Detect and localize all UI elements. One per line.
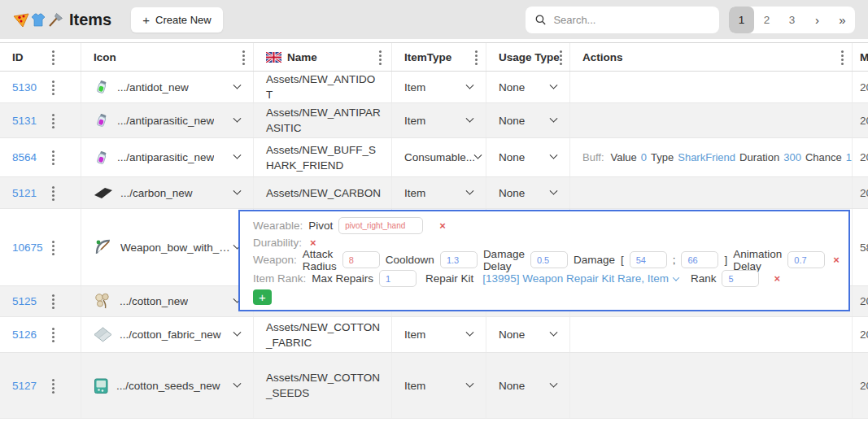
name-value: Assets/NEW_CARBON bbox=[266, 185, 381, 201]
search-input[interactable] bbox=[553, 14, 709, 26]
name-cell[interactable]: Assets/NEW_ANTIPARASITIC bbox=[254, 103, 392, 137]
name-cell[interactable]: Assets/NEW_ANTIDOT bbox=[254, 72, 392, 102]
weapon-label: Weapon: bbox=[253, 254, 297, 266]
kebab-menu-icon[interactable] bbox=[52, 298, 55, 301]
kebab-menu-icon[interactable] bbox=[52, 54, 55, 57]
item-id-link[interactable]: 8564 bbox=[12, 151, 37, 163]
item-id-link[interactable]: 10675 bbox=[12, 241, 43, 254]
name-cell[interactable]: Assets/NEW_CARBON bbox=[254, 177, 392, 208]
item-rank-label: Item Rank: bbox=[253, 272, 306, 285]
usagetype-cell[interactable]: None bbox=[486, 177, 570, 208]
chevron-down-icon[interactable] bbox=[233, 328, 242, 337]
chevron-down-icon[interactable] bbox=[550, 328, 558, 337]
remove-wearable-icon[interactable]: × bbox=[437, 220, 448, 232]
damage-delay-input[interactable] bbox=[530, 251, 568, 268]
animation-delay-input[interactable] bbox=[787, 251, 825, 268]
kebab-menu-icon[interactable] bbox=[475, 54, 478, 57]
damage-min-input[interactable] bbox=[630, 251, 667, 268]
max-repairs-input[interactable] bbox=[379, 270, 417, 287]
chevron-down-icon[interactable] bbox=[466, 114, 474, 122]
page-button-3[interactable]: 3 bbox=[779, 7, 805, 33]
chevron-down-icon[interactable] bbox=[550, 114, 558, 122]
repair-kit-select[interactable]: [13995] Weapon Repair Kit Rare, Item bbox=[482, 272, 678, 285]
remove-durability-icon[interactable]: × bbox=[308, 237, 319, 249]
kebab-menu-icon[interactable] bbox=[52, 332, 55, 334]
chevron-down-icon[interactable] bbox=[233, 80, 242, 89]
page-button-2[interactable]: 2 bbox=[754, 7, 779, 33]
chevron-down-icon[interactable] bbox=[233, 379, 242, 387]
search-box[interactable] bbox=[526, 7, 719, 33]
last-page-button[interactable]: » bbox=[830, 7, 855, 33]
itemtype-cell[interactable]: Item bbox=[392, 103, 486, 137]
kebab-menu-icon[interactable] bbox=[560, 54, 562, 57]
buff-value-link[interactable]: 0 bbox=[641, 151, 647, 163]
chevron-down-icon bbox=[673, 274, 679, 281]
name-cell[interactable]: Assets/NEW_BUFF_SHARK_FRIEND bbox=[254, 138, 392, 176]
buff-value-link[interactable]: 300 bbox=[783, 151, 801, 163]
actions-cell bbox=[570, 317, 853, 352]
kebab-menu-icon[interactable] bbox=[379, 54, 382, 57]
item-id-link[interactable]: 5126 bbox=[12, 328, 37, 341]
item-id-link[interactable]: 5121 bbox=[12, 187, 37, 199]
weapon-row: Weapon: Attack Radius Cooldown Damage De… bbox=[253, 250, 839, 269]
ma-cell: 20 bbox=[853, 138, 868, 176]
itemtype-cell[interactable]: Consumable... bbox=[392, 138, 486, 176]
chevron-down-icon[interactable] bbox=[550, 186, 558, 194]
usagetype-cell[interactable]: None bbox=[486, 317, 570, 352]
name-value: Assets/NEW_COTTON_FABRIC bbox=[266, 320, 382, 350]
chevron-down-icon[interactable] bbox=[474, 151, 482, 159]
kebab-menu-icon[interactable] bbox=[52, 154, 55, 157]
icon-cell: .../antiparasitic_new bbox=[81, 103, 254, 137]
itemtype-cell[interactable]: Item bbox=[392, 72, 486, 102]
buff-value-link[interactable]: 100 bbox=[846, 151, 853, 163]
name-cell[interactable]: Assets/NEW_COTTON_SEEDS bbox=[254, 353, 392, 418]
chevron-down-icon[interactable] bbox=[466, 379, 474, 387]
damage-max-input[interactable] bbox=[681, 251, 718, 268]
chevron-down-icon[interactable] bbox=[550, 151, 558, 159]
item-id-link[interactable]: 5127 bbox=[12, 380, 37, 392]
page-button-1[interactable]: 1 bbox=[729, 7, 754, 33]
chevron-down-icon[interactable] bbox=[233, 186, 242, 194]
kebab-menu-icon[interactable] bbox=[52, 85, 55, 87]
ma-value: 20 bbox=[860, 187, 868, 199]
kebab-menu-icon[interactable] bbox=[52, 383, 55, 385]
usagetype-cell[interactable]: None bbox=[486, 72, 570, 102]
kebab-menu-icon[interactable] bbox=[841, 54, 844, 57]
pivot-input[interactable] bbox=[338, 217, 423, 234]
chevron-down-icon[interactable] bbox=[550, 80, 558, 89]
table-row: 5121 .../carbon_new Assets/NEW_CARBON It… bbox=[0, 177, 868, 209]
itemtype-cell[interactable]: Item bbox=[392, 353, 486, 418]
usagetype-cell[interactable]: None bbox=[486, 103, 570, 137]
kebab-menu-icon[interactable] bbox=[52, 190, 55, 193]
remove-weapon-icon[interactable]: × bbox=[831, 254, 842, 266]
kebab-menu-icon[interactable] bbox=[242, 54, 245, 57]
item-id-link[interactable]: 5125 bbox=[12, 295, 37, 307]
usagetype-value: None bbox=[499, 187, 525, 199]
actions-cell bbox=[570, 72, 853, 102]
item-id-link[interactable]: 5131 bbox=[12, 115, 37, 127]
cooldown-input[interactable] bbox=[440, 251, 478, 268]
chevron-down-icon[interactable] bbox=[233, 151, 242, 159]
itemtype-cell[interactable]: Item bbox=[392, 317, 486, 352]
icon-path-label: .../antidot_new bbox=[117, 81, 189, 94]
kebab-menu-icon[interactable] bbox=[52, 118, 55, 120]
chevron-down-icon[interactable] bbox=[550, 379, 558, 387]
name-cell[interactable]: Assets/NEW_COTTON_FABRIC bbox=[254, 317, 392, 352]
chevron-down-icon[interactable] bbox=[233, 114, 242, 122]
rank-input[interactable] bbox=[722, 270, 759, 287]
attack-radius-input[interactable] bbox=[342, 251, 380, 268]
buff-value-link[interactable]: SharkFriend bbox=[678, 151, 735, 163]
id-cell: 5126 bbox=[0, 317, 81, 352]
chevron-down-icon[interactable] bbox=[466, 328, 474, 337]
usagetype-cell[interactable]: None bbox=[486, 138, 570, 176]
kebab-menu-icon[interactable] bbox=[52, 245, 55, 247]
add-property-button[interactable]: + bbox=[253, 289, 272, 305]
itemtype-cell[interactable]: Item bbox=[392, 177, 486, 208]
create-new-button[interactable]: + Create New bbox=[131, 7, 222, 33]
item-id-link[interactable]: 5130 bbox=[12, 81, 37, 94]
next-page-button[interactable]: › bbox=[805, 7, 830, 33]
remove-item-rank-icon[interactable]: × bbox=[771, 272, 783, 285]
chevron-down-icon[interactable] bbox=[466, 80, 474, 89]
chevron-down-icon[interactable] bbox=[466, 186, 474, 194]
usagetype-cell[interactable]: None bbox=[486, 353, 570, 418]
